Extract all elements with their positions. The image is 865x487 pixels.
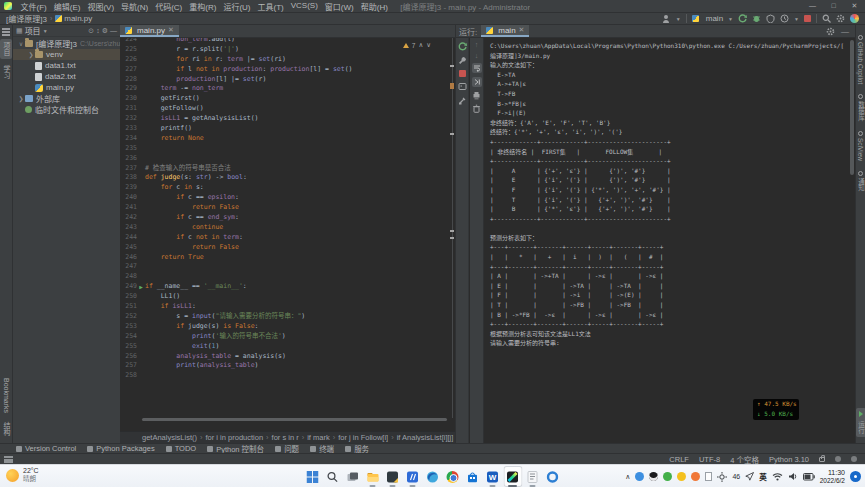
tool-stripe-button[interactable]: Bookmarks [2, 375, 11, 416]
run-config-caret-icon[interactable]: ▼ [728, 16, 733, 22]
lock-icon[interactable] [819, 457, 825, 462]
start-button[interactable] [303, 466, 322, 487]
menu-item[interactable]: 代码(C) [152, 1, 186, 12]
settings-app-button[interactable] [543, 466, 562, 487]
notifications-status-icon[interactable] [851, 456, 857, 462]
line-number[interactable]: 238 [120, 173, 137, 183]
tool-window-switcher-icon[interactable] [2, 28, 10, 36]
line-number[interactable]: 252 [120, 312, 137, 322]
line-number[interactable]: 237 [120, 164, 137, 174]
line-number[interactable]: 242 [120, 213, 137, 223]
notification-badge[interactable] [850, 471, 861, 482]
project-tree-item-[interactable]: ❯外部库 [13, 93, 120, 104]
weather-widget[interactable]: 22°C 晴朗 [6, 467, 39, 483]
line-number[interactable]: 255 [120, 342, 137, 352]
line-number[interactable]: 245 [120, 243, 137, 253]
user-icon[interactable] [662, 14, 671, 23]
tool-window-button-Python-Packages[interactable]: Python Packages [87, 444, 154, 453]
breadcrumb-item[interactable]: for i in production [206, 433, 264, 442]
line-number[interactable]: 256 [120, 352, 137, 362]
tool-stripe-button[interactable]: 项目 [0, 39, 12, 59]
line-number[interactable]: 231 [120, 104, 137, 114]
line-number[interactable]: 247 [120, 262, 137, 272]
line-number[interactable]: 225 [120, 45, 137, 55]
tray-app-orange-icon[interactable] [691, 472, 700, 481]
breadcrumb-root[interactable]: [编译原理]3 [6, 13, 47, 24]
tool-stripe-button[interactable]: 学习 [0, 62, 12, 82]
word-button[interactable]: W [483, 466, 502, 487]
editor-scrollbar[interactable] [452, 38, 453, 418]
stop-icon[interactable] [804, 15, 811, 22]
rerun-icon[interactable] [458, 42, 467, 51]
line-number[interactable]: 240 [120, 193, 137, 203]
tool-window-button-TODO[interactable]: TODO [166, 444, 197, 453]
user-caret-icon[interactable]: ▼ [676, 16, 681, 22]
line-number[interactable]: 228 [120, 75, 137, 85]
qq-icon[interactable] [649, 472, 658, 481]
tool-stripe-button[interactable]: 数据库 [856, 94, 865, 121]
chrome-button[interactable] [443, 466, 462, 487]
hide-run-panel-icon[interactable]: — [841, 27, 849, 36]
coverage-icon[interactable] [766, 14, 775, 23]
run-tab-close-icon[interactable]: ✕ [519, 26, 525, 34]
menu-item[interactable]: VCS(S) [287, 1, 321, 12]
line-number[interactable]: 230 [120, 94, 137, 104]
breadcrumb-item[interactable]: getAnalysisList() [142, 433, 197, 442]
temperature-value[interactable]: 46 [732, 473, 740, 480]
menu-item[interactable]: 工具(T) [254, 1, 287, 12]
store-button[interactable] [463, 466, 482, 487]
search-everywhere-icon[interactable] [822, 14, 831, 23]
tool-stripe-button-run[interactable]: 运行 [856, 408, 865, 437]
code-app-button[interactable] [383, 466, 402, 487]
print-icon[interactable] [472, 91, 481, 100]
project-view-caret-icon[interactable]: ▼ [43, 28, 48, 34]
volume-icon[interactable] [788, 472, 798, 481]
line-number[interactable]: 235 [120, 144, 137, 154]
inspection-widget[interactable]: 7 ∧ ∨ [403, 41, 431, 49]
notes-app-button[interactable] [523, 466, 542, 487]
close-button[interactable]: ✕ [844, 0, 865, 12]
menu-item[interactable]: 窗口(W) [321, 1, 357, 12]
run-config-selector[interactable]: main [706, 14, 723, 23]
tool-stripe-button[interactable]: 结构 [0, 419, 12, 439]
breadcrumb-item[interactable]: if mark [307, 433, 330, 442]
run-console[interactable]: C:\Users\zhuan\AppData\Local\Programs\Py… [485, 38, 848, 443]
run-settings-gear-icon[interactable] [826, 27, 835, 36]
tool-stripe-button[interactable]: 通知 [856, 171, 865, 191]
next-issue-icon[interactable]: ∨ [426, 41, 431, 49]
tree-chevron-icon[interactable]: ❯ [27, 51, 35, 58]
tool-window-switcher-icon[interactable] [4, 456, 13, 463]
search-button[interactable] [323, 466, 342, 487]
file-explorer-button[interactable] [363, 466, 382, 487]
horizontal-scrollbar[interactable] [142, 418, 447, 421]
line-number[interactable]: 244 [120, 233, 137, 243]
pycharm-taskbar-button[interactable] [503, 466, 522, 487]
expand-collapse-icon[interactable]: ↕ [96, 27, 100, 34]
line-number[interactable]: 232 [120, 114, 137, 124]
project-tree-item-data2txt[interactable]: data2.txt [13, 71, 120, 82]
line-number[interactable]: 241 [120, 203, 137, 213]
tray-page-icon[interactable] [705, 472, 712, 481]
line-number[interactable]: 246 [120, 253, 137, 263]
project-tree-item-data1txt[interactable]: data1.txt [13, 60, 120, 71]
hide-panel-icon[interactable]: — [110, 27, 117, 34]
tool-window-button-Version-Control[interactable]: Version Control [16, 444, 76, 453]
menu-item[interactable]: 重构(R) [186, 1, 220, 12]
line-number[interactable]: 243 [120, 223, 137, 233]
menu-item[interactable]: 导航(N) [118, 1, 152, 12]
run-tab-main[interactable]: main ✕ [481, 25, 529, 37]
profiler-icon[interactable] [780, 14, 789, 23]
up-stack-icon[interactable]: ↑ [475, 41, 479, 48]
line-number[interactable]: 224 [120, 38, 137, 45]
battery-icon[interactable] [803, 473, 815, 481]
clock[interactable]: 11:30 2022/6/2 [820, 469, 845, 485]
debug-icon[interactable] [752, 14, 761, 23]
line-number[interactable]: 251 [120, 302, 137, 312]
edge-button[interactable] [423, 466, 442, 487]
status-indent[interactable]: 4 个空格 [730, 454, 759, 465]
line-number[interactable]: 229 [120, 84, 137, 94]
project-settings-icon[interactable]: ⚙ [102, 27, 108, 35]
line-number[interactable]: 236 [120, 154, 137, 164]
tool-stripe-button[interactable]: SciView [857, 131, 864, 161]
wifi-icon[interactable] [772, 472, 783, 481]
